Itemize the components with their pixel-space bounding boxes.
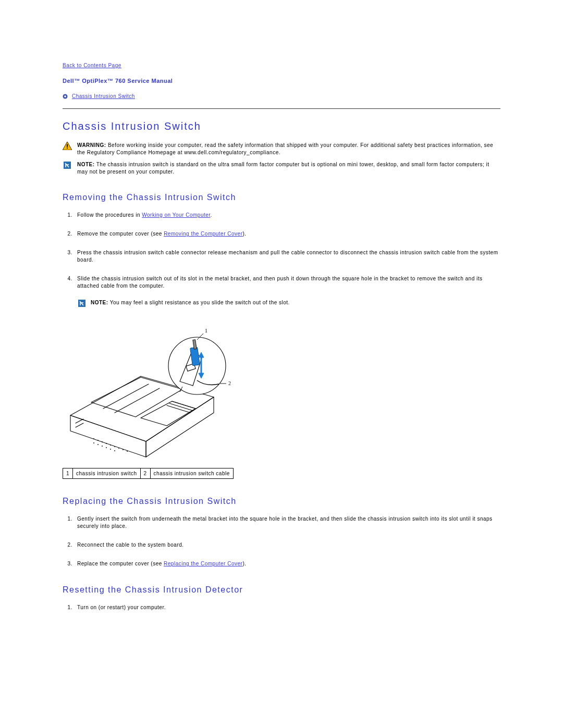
warning-body: Before working inside your computer, rea… bbox=[77, 142, 493, 155]
svg-point-27 bbox=[127, 451, 128, 452]
note-body: You may feel a slight resistance as you … bbox=[108, 300, 290, 305]
note-icon bbox=[77, 299, 87, 307]
svg-point-28 bbox=[93, 442, 94, 443]
step-text: ). bbox=[242, 561, 246, 566]
svg-marker-9 bbox=[146, 397, 214, 457]
svg-point-25 bbox=[118, 448, 119, 449]
svg-rect-4 bbox=[67, 147, 68, 149]
manual-title: Dell™ OptiPlex™ 760 Service Manual bbox=[63, 78, 500, 84]
list-item: Turn on (or restart) your computer. bbox=[74, 604, 500, 611]
svg-point-22 bbox=[106, 443, 107, 444]
step4-note: NOTE: You may feel a slight resistance a… bbox=[77, 299, 500, 307]
list-item: Reconnect the cable to the system board. bbox=[74, 541, 500, 549]
back-to-contents-link[interactable]: Back to Contents Page bbox=[63, 63, 121, 68]
link-replacing-cover[interactable]: Replacing the Computer Cover bbox=[164, 561, 242, 566]
diagram: 1 2 bbox=[63, 319, 500, 461]
warning-text: WARNING: Before working inside your comp… bbox=[77, 142, 500, 156]
legend-num: 2 bbox=[140, 468, 150, 479]
toc-link-chassis-intrusion[interactable]: Chassis Intrusion Switch bbox=[72, 93, 135, 99]
svg-point-20 bbox=[97, 440, 99, 441]
note-body: The chassis intrusion switch is standard… bbox=[77, 162, 489, 175]
list-item: Remove the computer cover (see Removing … bbox=[74, 230, 500, 238]
divider bbox=[63, 108, 500, 109]
warning-label: WARNING: bbox=[77, 142, 106, 148]
list-item: Replace the computer cover (see Replacin… bbox=[74, 560, 500, 567]
list-item: Press the chassis intrusion switch cable… bbox=[74, 249, 500, 264]
section-title: Chassis Intrusion Switch bbox=[63, 120, 500, 132]
replacing-title: Replacing the Chassis Intrusion Switch bbox=[63, 497, 500, 506]
svg-line-11 bbox=[76, 423, 83, 427]
svg-point-26 bbox=[123, 449, 124, 450]
warning-icon bbox=[63, 142, 72, 150]
svg-line-16 bbox=[172, 401, 195, 409]
diagram-legend: 1 chassis intrusion switch 2 chassis int… bbox=[63, 468, 234, 479]
svg-point-23 bbox=[110, 445, 111, 446]
step4-note-text: NOTE: You may feel a slight resistance a… bbox=[91, 299, 290, 306]
step-text: Gently insert the switch from underneath… bbox=[77, 516, 493, 529]
legend-label: chassis intrusion switch bbox=[73, 468, 140, 479]
svg-point-1 bbox=[64, 95, 66, 97]
step-text: Remove the computer cover (see bbox=[77, 231, 164, 237]
legend-num: 1 bbox=[63, 468, 73, 479]
svg-marker-8 bbox=[70, 415, 146, 457]
svg-point-24 bbox=[114, 446, 115, 447]
list-item: Follow the procedures in Working on Your… bbox=[74, 212, 500, 219]
svg-line-14 bbox=[115, 388, 160, 413]
note-label: NOTE: bbox=[77, 162, 95, 167]
table-row: 1 chassis intrusion switch 2 chassis int… bbox=[63, 468, 234, 479]
svg-point-29 bbox=[97, 444, 99, 445]
step-text: Turn on (or restart) your computer. bbox=[77, 604, 166, 610]
list-item: Slide the chassis intrusion switch out o… bbox=[74, 275, 500, 307]
list-item: Gently insert the switch from underneath… bbox=[74, 515, 500, 530]
link-removing-cover[interactable]: Removing the Computer Cover bbox=[164, 231, 242, 237]
svg-point-34 bbox=[168, 337, 226, 394]
page-content: Back to Contents Page Dell™ OptiPlex™ 76… bbox=[0, 0, 563, 611]
back-to-contents-row: Back to Contents Page bbox=[63, 63, 500, 68]
note-icon bbox=[63, 161, 72, 169]
svg-point-21 bbox=[102, 441, 103, 442]
note-label: NOTE: bbox=[91, 300, 108, 305]
removing-title: Removing the Chassis Intrusion Switch bbox=[63, 193, 500, 202]
bullet-icon bbox=[63, 94, 68, 99]
removing-steps: Follow the procedures in Working on Your… bbox=[63, 212, 500, 307]
svg-line-18 bbox=[167, 405, 190, 413]
svg-line-10 bbox=[76, 419, 83, 423]
svg-marker-15 bbox=[141, 401, 195, 426]
step-text: . bbox=[211, 212, 212, 218]
step-text: Reconnect the cable to the system board. bbox=[77, 542, 184, 548]
warning-block: WARNING: Before working inside your comp… bbox=[63, 142, 500, 156]
step-text: Slide the chassis intrusion switch out o… bbox=[77, 276, 483, 289]
callout-2: 2 bbox=[228, 380, 231, 386]
step-text: Press the chassis intrusion switch cable… bbox=[77, 250, 498, 263]
resetting-title: Resetting the Chassis Intrusion Detector bbox=[63, 585, 500, 595]
svg-rect-3 bbox=[67, 144, 68, 147]
callout-1: 1 bbox=[205, 328, 208, 334]
note-block: NOTE: The chassis intrusion switch is st… bbox=[63, 161, 500, 175]
note-text: NOTE: The chassis intrusion switch is st… bbox=[77, 161, 500, 175]
step-text: ). bbox=[242, 231, 246, 237]
toc-row: Chassis Intrusion Switch bbox=[63, 93, 500, 99]
step-text: Follow the procedures in bbox=[77, 212, 142, 218]
replacing-steps: Gently insert the switch from underneath… bbox=[63, 515, 500, 567]
svg-point-31 bbox=[106, 447, 107, 448]
legend-label: chassis intrusion switch cable bbox=[150, 468, 233, 479]
resetting-steps: Turn on (or restart) your computer. bbox=[63, 604, 500, 611]
svg-point-30 bbox=[102, 446, 103, 447]
svg-point-19 bbox=[93, 438, 94, 439]
step-text: Replace the computer cover (see bbox=[77, 561, 164, 566]
link-working-on-computer[interactable]: Working on Your Computer bbox=[142, 212, 210, 218]
svg-marker-12 bbox=[91, 377, 182, 417]
svg-line-17 bbox=[169, 403, 193, 411]
svg-point-33 bbox=[114, 450, 115, 451]
svg-line-13 bbox=[103, 384, 149, 409]
svg-point-32 bbox=[110, 449, 111, 450]
